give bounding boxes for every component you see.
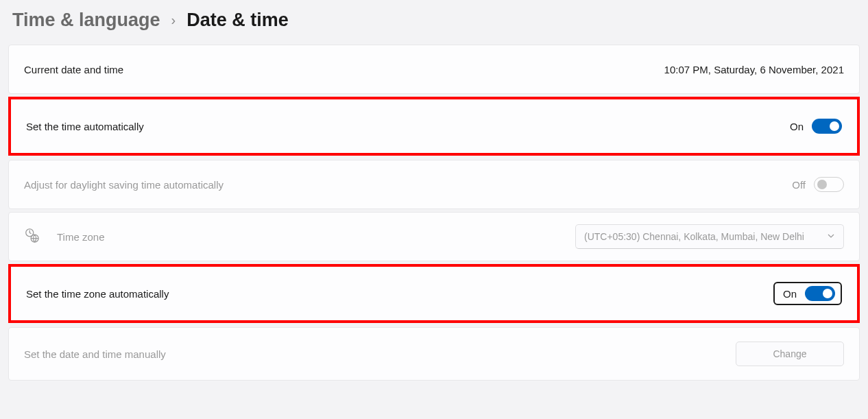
set-time-auto-state: On (790, 121, 804, 132)
toggle-knob (830, 121, 839, 131)
set-time-automatically-row: Set the time automatically On (8, 97, 860, 156)
breadcrumb: Time & language › Date & time (8, 0, 860, 45)
current-datetime-label: Current date and time (24, 64, 123, 75)
dst-row: Adjust for daylight saving time automati… (8, 160, 860, 209)
change-button-label: Change (773, 348, 806, 359)
set-timezone-auto-label: Set the time zone automatically (26, 288, 169, 300)
chevron-down-icon (827, 232, 835, 242)
current-datetime-row: Current date and time 10:07 PM, Saturday… (8, 45, 860, 94)
toggle-knob (823, 289, 832, 298)
change-button: Change (736, 342, 844, 366)
chevron-right-icon: › (171, 12, 176, 28)
timezone-label: Time zone (57, 231, 104, 243)
set-timezone-auto-toggle[interactable] (805, 286, 835, 301)
dst-state: Off (792, 179, 806, 191)
set-timezone-automatically-row: Set the time zone automatically On (8, 264, 860, 323)
current-datetime-value: 10:07 PM, Saturday, 6 November, 2021 (664, 64, 844, 75)
breadcrumb-parent[interactable]: Time & language (12, 10, 160, 31)
timezone-selected: (UTC+05:30) Chennai, Kolkata, Mumbai, Ne… (584, 231, 804, 242)
page-title: Date & time (186, 10, 289, 31)
focus-ring: On (773, 282, 842, 305)
set-time-auto-toggle[interactable] (812, 119, 842, 134)
timezone-row: Time zone (UTC+05:30) Chennai, Kolkata, … (8, 212, 860, 261)
set-datetime-manually-row: Set the date and time manually Change (8, 327, 860, 381)
set-manual-label: Set the date and time manually (24, 348, 166, 360)
toggle-knob (817, 180, 827, 189)
dst-label: Adjust for daylight saving time automati… (24, 179, 224, 191)
globe-clock-icon (24, 228, 39, 246)
dst-toggle (814, 177, 844, 192)
set-timezone-auto-state: On (783, 288, 797, 300)
set-time-auto-label: Set the time automatically (26, 121, 144, 132)
timezone-dropdown: (UTC+05:30) Chennai, Kolkata, Mumbai, Ne… (575, 224, 844, 249)
